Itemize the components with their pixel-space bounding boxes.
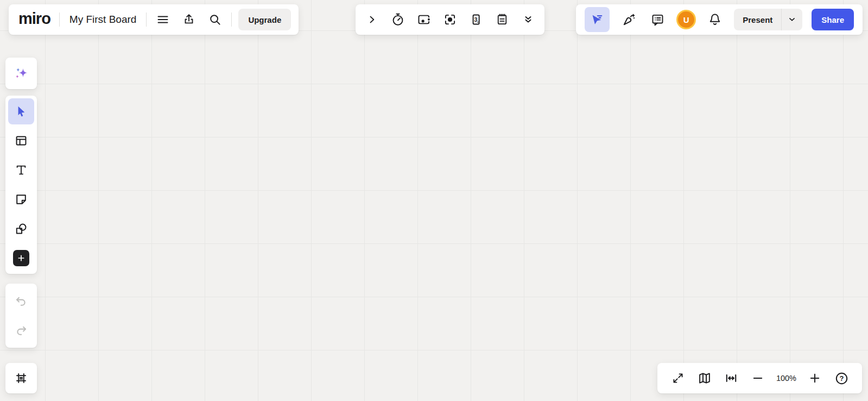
collapse-toolbar-button[interactable] [362,10,382,29]
talktrack-icon [417,12,431,27]
view-controls-bar: 100% ? [657,363,862,393]
svg-text:3: 3 [474,16,478,23]
presence-bar: U Present Share [576,4,863,35]
add-tool-tile [13,250,29,266]
sticky-note-tool[interactable] [8,186,34,212]
talktrack-button[interactable] [414,10,434,29]
svg-text:?: ? [839,374,844,383]
undo-button[interactable] [8,288,34,314]
spotlight-icon [443,12,457,27]
present-button[interactable]: Present [734,9,802,30]
present-label: Present [734,15,781,24]
upgrade-button[interactable]: Upgrade [238,9,291,30]
zoom-out-button[interactable] [748,368,768,388]
divider [59,12,60,27]
ai-assistant-card [5,58,37,89]
comments-icon [650,12,665,27]
divider [231,12,232,27]
select-tool[interactable] [8,98,34,124]
frame-icon [14,371,28,385]
divider [146,12,147,27]
frames-card [5,363,37,393]
redo-icon [14,323,28,337]
notes-icon [495,12,509,27]
select-cursor-icon [14,104,28,118]
fit-to-screen-button[interactable] [721,368,741,388]
more-tools-button[interactable] [518,10,538,29]
miro-logo[interactable]: miro [16,10,53,30]
estimation-button[interactable]: 3 [466,10,486,29]
creation-toolbar [5,96,37,274]
frames-button[interactable] [8,365,34,391]
add-tool-button[interactable] [8,245,34,271]
zoom-in-button[interactable] [805,368,825,388]
minimap-icon [698,371,712,385]
export-button[interactable] [179,10,199,29]
text-icon [14,163,28,177]
user-avatar[interactable]: U [676,10,696,29]
notes-button[interactable] [492,10,512,29]
export-icon [182,13,195,26]
collaborator-cursors-toggle[interactable] [585,7,610,32]
text-tool[interactable] [8,157,34,183]
chevron-down-icon [787,15,797,24]
undo-icon [14,294,28,308]
help-icon: ? [834,371,849,386]
search-icon [208,13,221,26]
ai-sparkles-icon [12,65,30,82]
collapse-right-icon [366,14,377,25]
shapes-icon [14,222,28,236]
more-tools-icon [522,14,534,26]
board-title[interactable]: My First Board [66,14,140,26]
notifications-button[interactable] [705,10,725,29]
add-tool-icon [17,254,26,262]
shapes-tool[interactable] [8,216,34,242]
board-header-bar: miro My First Board Upgrade [9,4,299,35]
redo-button[interactable] [8,317,34,343]
zoom-level[interactable]: 100% [775,374,798,383]
board-canvas[interactable] [0,0,868,401]
menu-icon [156,13,169,26]
search-button[interactable] [205,10,225,29]
share-button[interactable]: Share [812,9,854,30]
minimap-button[interactable] [695,368,714,388]
collaborator-cursors-icon [590,12,604,27]
timer-icon [391,12,405,27]
collaboration-toolbar: 3 [356,4,544,35]
reactions-button[interactable] [619,10,638,29]
templates-tool[interactable] [8,128,34,154]
notifications-bell-icon [708,12,722,27]
main-menu-button[interactable] [153,10,173,29]
reactions-icon [622,12,636,27]
zoom-in-icon [808,372,821,385]
expand-button[interactable] [668,368,688,388]
spotlight-button[interactable] [440,10,460,29]
sticky-note-icon [14,192,28,206]
expand-icon [671,372,685,385]
ai-assistant-button[interactable] [8,60,34,86]
help-button[interactable]: ? [832,368,851,388]
templates-icon [14,134,28,148]
present-options-button[interactable] [782,15,802,24]
fit-to-screen-icon [724,371,738,385]
estimation-card-icon: 3 [469,12,483,27]
timer-button[interactable] [388,10,408,29]
comments-button[interactable] [648,10,667,29]
history-toolbar [5,284,37,348]
zoom-out-icon [751,372,764,385]
